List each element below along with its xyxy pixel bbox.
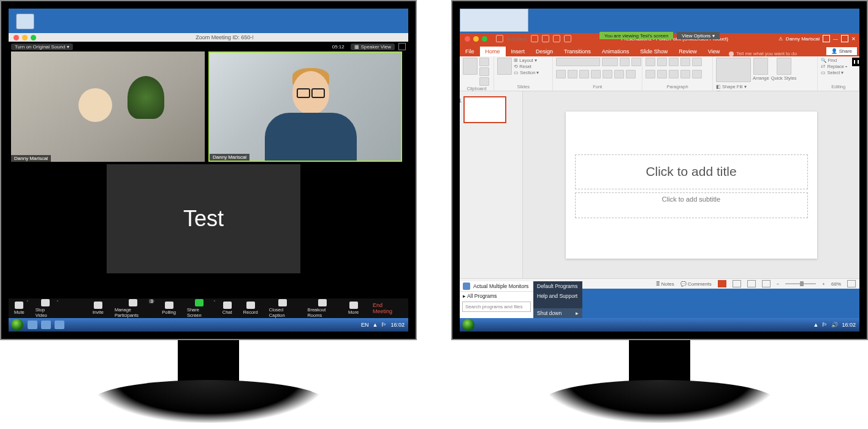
- comments-button[interactable]: 💬 Comments: [680, 281, 712, 287]
- zoom-level[interactable]: 68%: [831, 281, 841, 287]
- grow-font-icon[interactable]: [620, 58, 630, 66]
- end-meeting-button[interactable]: End Meeting: [364, 302, 408, 314]
- bullets-icon[interactable]: [645, 58, 655, 66]
- video-tile-active[interactable]: Danny Mariscal: [208, 51, 402, 162]
- section-button[interactable]: ▭ Section ▾: [514, 70, 539, 75]
- zoom-stop-share-icon[interactable]: [852, 58, 859, 66]
- speaker-view-button[interactable]: ▦Speaker View: [351, 44, 395, 50]
- find-button[interactable]: 🔍 Find: [821, 58, 848, 63]
- background-window[interactable]: [460, 9, 528, 32]
- start-button[interactable]: [11, 319, 23, 331]
- line-spacing-icon[interactable]: [692, 58, 702, 66]
- share-button[interactable]: 👤Share: [826, 47, 857, 55]
- font-color-icon[interactable]: [626, 70, 636, 78]
- start-button[interactable]: [462, 319, 474, 331]
- zoom-cc-button[interactable]: Closed Caption: [264, 298, 302, 318]
- shrink-font-icon[interactable]: [631, 58, 641, 66]
- zoom-share-button[interactable]: Share Screen˄: [181, 298, 217, 318]
- ribbon-tab-transitions[interactable]: Transitions: [558, 47, 596, 56]
- zoom-slider[interactable]: [785, 283, 816, 284]
- font-size-dropdown[interactable]: [602, 58, 618, 66]
- ribbon-tab-slideshow[interactable]: Slide Show: [634, 47, 673, 56]
- indent-right-icon[interactable]: [680, 58, 690, 66]
- desktop-shortcut-icon[interactable]: [16, 13, 34, 29]
- start-menu[interactable]: Actual Multiple Monitors ▸ All Programs …: [460, 281, 582, 318]
- start-search-input[interactable]: Search programs and files: [462, 302, 531, 312]
- strike-icon[interactable]: [591, 70, 601, 78]
- zoom-out-button[interactable]: −: [777, 281, 780, 287]
- clock[interactable]: 16:02: [842, 322, 856, 328]
- subtitle-placeholder[interactable]: Click to add subtitle: [575, 192, 808, 218]
- shadow-icon[interactable]: [603, 70, 612, 78]
- align-right-icon[interactable]: [669, 70, 679, 78]
- columns-icon[interactable]: [692, 70, 702, 78]
- clock[interactable]: 16:02: [390, 322, 405, 328]
- zoom-stopvideo-button[interactable]: Stop Video˄: [30, 298, 61, 318]
- format-painter-icon[interactable]: [479, 77, 489, 86]
- replace-button[interactable]: ⮂ Replace ▾: [821, 64, 848, 69]
- shutdown-button[interactable]: Shut down▸: [533, 308, 582, 318]
- paste-button[interactable]: [463, 58, 478, 75]
- original-sound-toggle[interactable]: Turn on Original Sound▾: [11, 44, 73, 50]
- zoom-more-button[interactable]: More: [343, 298, 364, 318]
- shapes-gallery[interactable]: [716, 58, 751, 82]
- copy-icon[interactable]: [479, 67, 489, 76]
- spacing-icon[interactable]: [614, 70, 624, 78]
- numbering-icon[interactable]: [657, 58, 667, 66]
- language-indicator[interactable]: EN: [361, 322, 369, 328]
- slide-thumbnail[interactable]: 1: [463, 96, 506, 123]
- system-tray[interactable]: EN ▲ 🏳 16:02: [357, 322, 408, 328]
- shared-content-tile[interactable]: Test: [107, 164, 300, 273]
- slide-canvas[interactable]: Click to add title Click to add subtitle: [523, 91, 859, 278]
- ribbon-tab-file[interactable]: File: [460, 47, 480, 56]
- zoom-participants-button[interactable]: Manage Participants˄: [109, 298, 156, 318]
- zoom-polling-button[interactable]: Polling: [156, 298, 181, 318]
- video-tile[interactable]: Danny Mariscal: [11, 51, 205, 162]
- taskbar-app-icon[interactable]: [28, 321, 37, 329]
- zoom-chat-button[interactable]: Chat: [217, 298, 238, 318]
- slide[interactable]: Click to add title Click to add subtitle: [566, 112, 817, 259]
- windows-taskbar[interactable]: ▲🏳🔊 16:02: [460, 318, 859, 332]
- start-menu-item[interactable]: Actual Multiple Monitors: [460, 281, 533, 291]
- title-placeholder[interactable]: Click to add title: [575, 154, 808, 189]
- taskbar-app-icon[interactable]: [41, 321, 51, 329]
- ribbon-tab-review[interactable]: Review: [673, 47, 702, 56]
- ribbon-tab-insert[interactable]: Insert: [506, 47, 531, 56]
- font-family-dropdown[interactable]: [556, 58, 600, 66]
- windows-taskbar[interactable]: EN ▲ 🏳 16:02: [9, 318, 408, 332]
- ribbon-tab-home[interactable]: Home: [480, 47, 506, 56]
- ribbon-tab-animations[interactable]: Animations: [596, 47, 635, 56]
- notes-button[interactable]: ≣ Notes: [656, 281, 674, 287]
- quick-styles-button[interactable]: [777, 58, 791, 75]
- tell-me-search[interactable]: Tell me what you want to do: [725, 51, 823, 56]
- normal-view-icon[interactable]: [718, 280, 726, 287]
- taskbar-app-icon[interactable]: [55, 321, 64, 329]
- mac-window-controls[interactable]: [9, 35, 41, 40]
- all-programs-button[interactable]: ▸ All Programs: [460, 291, 533, 300]
- zoom-breakout-button[interactable]: Breakout Rooms: [302, 298, 343, 318]
- zoom-invite-button[interactable]: Invite: [87, 298, 109, 318]
- sorter-view-icon[interactable]: [733, 280, 741, 287]
- reset-button[interactable]: ⟲ Reset: [514, 64, 539, 69]
- ribbon-tab-design[interactable]: Design: [530, 47, 558, 56]
- ribbon-tab-view[interactable]: View: [702, 47, 725, 56]
- new-slide-button[interactable]: [497, 58, 512, 75]
- underline-icon[interactable]: [579, 70, 589, 78]
- layout-button[interactable]: ⊞ Layout ▾: [514, 58, 539, 63]
- zoom-mute-button[interactable]: Mute˄: [9, 298, 30, 318]
- zoom-titlebar[interactable]: Zoom Meeting ID: 650-!: [9, 33, 408, 42]
- cut-icon[interactable]: [479, 58, 489, 66]
- start-menu-link[interactable]: Help and Support: [533, 291, 582, 301]
- fit-slide-icon[interactable]: [847, 280, 856, 287]
- slideshow-view-icon[interactable]: [762, 280, 771, 287]
- arrange-button[interactable]: [753, 58, 768, 75]
- zoom-record-button[interactable]: Record: [238, 298, 264, 318]
- justify-icon[interactable]: [680, 70, 690, 78]
- shape-fill-button[interactable]: ◧ Shape Fill ▾: [716, 84, 755, 89]
- select-button[interactable]: ▭ Select ▾: [821, 70, 848, 75]
- fullscreen-icon[interactable]: [398, 43, 406, 50]
- zoom-in-button[interactable]: +: [822, 281, 825, 287]
- slide-thumbnail-pane[interactable]: 1: [460, 91, 523, 278]
- system-tray[interactable]: ▲🏳🔊 16:02: [810, 322, 859, 328]
- align-center-icon[interactable]: [657, 70, 667, 78]
